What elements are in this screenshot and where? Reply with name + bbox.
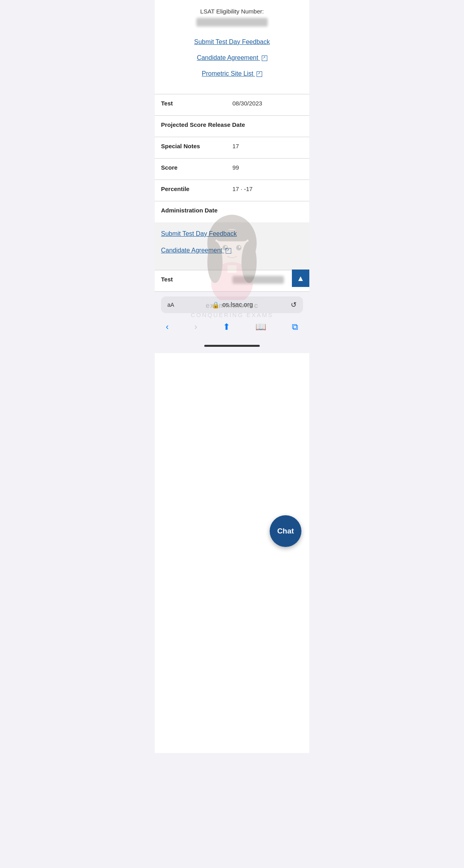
label-admin-date: Administration Date [161, 207, 232, 214]
value-percentile: 17 · -17 [232, 185, 303, 192]
external-link-icon-1 [262, 55, 267, 61]
table-row-test: Test 08/30/2023 [155, 94, 309, 115]
candidate-agreement-link-lower[interactable]: Candidate Agreement [161, 247, 303, 254]
back-to-top-arrow-icon: ▲ [297, 274, 305, 283]
url-display: 🔒 os.lsac.org [212, 301, 253, 309]
eligibility-label: LSAT Eligibility Number: [163, 8, 301, 15]
candidate-agreement-link-top[interactable]: Candidate Agreement [163, 54, 301, 61]
reload-button[interactable]: ↺ [291, 300, 297, 309]
submit-feedback-link-top[interactable]: Submit Test Day Feedback [163, 38, 301, 46]
lower-label-test: Test [161, 276, 232, 283]
home-bar [204, 345, 260, 347]
table-row-score: Score 99 [155, 158, 309, 180]
forward-button[interactable]: › [191, 320, 200, 334]
tabs-button[interactable]: ⧉ [289, 320, 301, 334]
share-button[interactable]: ⬆ [220, 320, 233, 334]
chat-button-label: Chat [277, 527, 294, 535]
value-special-notes: 17 [232, 143, 303, 149]
external-link-icon-lower [226, 248, 231, 254]
navigation-bar: ‹ › ⬆ 📖 ⧉ [155, 316, 309, 342]
table-row-special-notes: Special Notes 17 [155, 137, 309, 158]
table-row-admin-date: Administration Date [155, 201, 309, 222]
browser-address-bar-container: aA 🔒 os.lsac.org ↺ [155, 291, 309, 316]
lower-table-row-test: Test [155, 270, 309, 291]
lower-links-section: Submit Test Day Feedback Candidate Agree… [155, 222, 309, 270]
label-percentile: Percentile [161, 185, 232, 192]
value-score: 99 [232, 164, 303, 171]
lower-test-value-blurred [232, 276, 284, 284]
label-special-notes: Special Notes [161, 143, 232, 149]
font-size-toggle[interactable]: aA [167, 302, 174, 308]
chat-button[interactable]: Chat [270, 515, 301, 547]
lock-icon: 🔒 [212, 301, 220, 309]
address-bar[interactable]: aA 🔒 os.lsac.org ↺ [161, 296, 303, 313]
back-button[interactable]: ‹ [163, 320, 172, 334]
label-score: Score [161, 164, 232, 171]
lower-section: examinator.cc CONQUERING EXAMS Submit Te… [155, 222, 309, 291]
top-links: Submit Test Day Feedback Candidate Agree… [163, 34, 301, 90]
url-text: os.lsac.org [222, 301, 253, 308]
table-row-percentile: Percentile 17 · -17 [155, 180, 309, 201]
prometric-site-link-top[interactable]: Prometric Site List [163, 70, 301, 77]
table-row-projected-score-release: Projected Score Release Date [155, 115, 309, 137]
home-indicator [155, 342, 309, 353]
top-section: LSAT Eligibility Number: Submit Test Day… [155, 0, 309, 94]
score-table: Test 08/30/2023 Projected Score Release … [155, 94, 309, 222]
label-test: Test [161, 100, 232, 107]
label-projected-score-release: Projected Score Release Date [161, 121, 245, 128]
value-test: 08/30/2023 [232, 100, 303, 107]
back-to-top-button[interactable]: ▲ [292, 270, 309, 287]
bookmarks-button[interactable]: 📖 [252, 320, 269, 334]
eligibility-value-blurred [196, 18, 268, 27]
external-link-icon-2 [257, 71, 262, 77]
submit-feedback-link-lower[interactable]: Submit Test Day Feedback [161, 230, 303, 237]
